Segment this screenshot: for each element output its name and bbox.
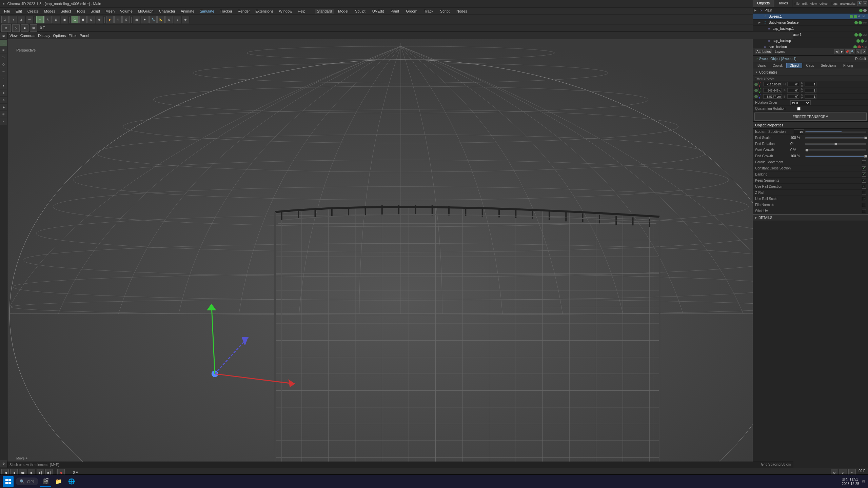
attr-default-btn[interactable]: Default xyxy=(855,57,866,61)
tool-scale[interactable]: ⊞ xyxy=(53,16,60,23)
end-scale-thumb[interactable] xyxy=(864,137,867,139)
obj-item-subdiv[interactable]: ▶ ⬡ Subdivision Surface ⊡⊡ xyxy=(753,20,868,26)
obj-vis-cb[interactable] xyxy=(856,39,860,43)
keep-segments-cb[interactable] xyxy=(862,179,866,183)
mode-sculpt[interactable]: Sculpt xyxy=(352,8,368,14)
vp-cameras-menu[interactable]: Cameras xyxy=(20,34,36,38)
tool-5[interactable]: ⊕ xyxy=(165,16,173,23)
menu-modes[interactable]: Modes xyxy=(41,8,58,14)
mode-track[interactable]: Track xyxy=(421,8,436,14)
menu-extensions[interactable]: Extensions xyxy=(253,8,276,14)
py-input[interactable] xyxy=(763,88,782,93)
tool-texture-mode[interactable]: ⬢ xyxy=(79,16,87,23)
left-tool-rotate[interactable]: ↻ xyxy=(0,54,7,61)
left-tool-9[interactable]: ✦ xyxy=(0,82,7,89)
obj-vis-plain[interactable] xyxy=(859,9,863,12)
subtool-1[interactable]: ⊕ xyxy=(1,24,11,32)
obj-edit[interactable]: Edit xyxy=(801,2,809,5)
attr-fwd-btn[interactable]: ▶ xyxy=(840,49,844,54)
language-indicator[interactable]: 한 xyxy=(862,479,865,484)
attr-tab-coord[interactable]: Coord. xyxy=(769,63,786,68)
mode-groom[interactable]: Groom xyxy=(403,8,420,14)
tool-4[interactable]: ⊗ xyxy=(96,16,103,23)
subtool-4[interactable]: ⊞ xyxy=(30,24,37,32)
menu-volume[interactable]: Volume xyxy=(117,8,135,14)
obj-vis-cb2[interactable] xyxy=(853,45,857,48)
tab-objects[interactable]: Objects xyxy=(753,0,774,7)
vp-panel-menu[interactable]: Panel xyxy=(80,34,89,38)
quat-checkbox[interactable] xyxy=(797,107,801,110)
end-scale-track[interactable] xyxy=(805,137,866,139)
menu-render[interactable]: Render xyxy=(235,8,253,14)
obj-vis-sweep[interactable] xyxy=(850,15,853,18)
left-tool-14[interactable]: ≡ xyxy=(0,118,7,125)
tool-x[interactable]: X xyxy=(1,16,9,23)
menu-mesh[interactable]: Mesh xyxy=(103,8,117,14)
menu-edit[interactable]: Edit xyxy=(13,8,25,14)
tool-move[interactable]: ↔ xyxy=(36,16,44,23)
attr-back-btn[interactable]: ◀ xyxy=(834,49,839,54)
obj-render-subdiv[interactable] xyxy=(859,21,862,24)
sz-input[interactable] xyxy=(805,94,816,99)
menu-mograph[interactable]: MoGraph xyxy=(135,8,156,14)
viewport-canvas[interactable]: Perspective xyxy=(7,39,793,468)
pz-input[interactable] xyxy=(763,94,782,99)
menu-select[interactable]: Select xyxy=(58,8,74,14)
left-tool-move[interactable]: ↔ xyxy=(0,40,7,46)
b-input[interactable] xyxy=(787,94,799,99)
obj-item-sweep1[interactable]: ↗ Sweep.1 ⊡ ⊡ xyxy=(753,14,868,20)
taskbar-cinema4d[interactable]: 🎬 xyxy=(40,476,51,487)
mode-nodes[interactable]: Nodes xyxy=(454,8,470,14)
vp-options-menu[interactable]: Options xyxy=(53,34,66,38)
attr-tab-basic[interactable]: Basic xyxy=(754,63,769,68)
taskbar-browser[interactable]: 🌐 xyxy=(66,476,77,487)
obj-vis-subdiv1[interactable] xyxy=(854,33,858,37)
viewport[interactable]: View Cameras Display Options Filter Pane… xyxy=(7,32,793,468)
mode-uvedit[interactable]: UVEdit xyxy=(370,8,387,14)
left-tool-scale[interactable]: ⊞ xyxy=(0,47,7,54)
attr-tab-caps[interactable]: Caps xyxy=(803,63,817,68)
obj-search-btn[interactable]: 🔍 xyxy=(857,1,862,6)
obj-filter-btn[interactable]: ≡ xyxy=(863,1,867,6)
px-input[interactable] xyxy=(763,82,782,86)
coordinates-section-header[interactable]: ▼ Coordinates xyxy=(753,69,868,76)
left-tool-poly[interactable]: ⬡ xyxy=(0,61,7,68)
menu-window[interactable]: Window xyxy=(276,8,295,14)
attr-settings-btn[interactable]: ⚙ xyxy=(861,49,866,54)
rot-order-select[interactable]: HPB xyxy=(790,100,811,105)
end-growth-thumb[interactable] xyxy=(864,155,867,158)
obj-render-cb2[interactable] xyxy=(857,45,861,48)
p-input[interactable] xyxy=(787,88,799,93)
left-tool-point[interactable]: • xyxy=(0,75,7,82)
attr-tab-object[interactable]: Object xyxy=(786,63,802,68)
attr-history-btn[interactable]: ⊙ xyxy=(856,49,861,54)
menu-create[interactable]: Create xyxy=(25,8,41,14)
vp-filter-menu[interactable]: Filter xyxy=(68,34,77,38)
flip-normals-cb[interactable] xyxy=(862,203,866,207)
h-input[interactable] xyxy=(787,82,799,86)
menu-simulate[interactable]: Simulate xyxy=(197,8,217,14)
banking-cb[interactable] xyxy=(862,172,866,177)
tool-grid[interactable]: ⊞ xyxy=(133,16,140,23)
tool-7[interactable]: ⊗ xyxy=(182,16,189,23)
obj-item-plain[interactable]: ▶ ▷ Plain xyxy=(753,7,868,14)
attr-tab-phong[interactable]: Phong xyxy=(840,63,856,68)
obj-item-capbackup2[interactable]: ◈ cap_backup ✕ ⊡ xyxy=(753,44,868,48)
subtool-2[interactable]: ▷ xyxy=(12,24,20,32)
use-rail-scale-cb[interactable] xyxy=(862,197,866,201)
left-tool-select[interactable]: ▣ xyxy=(0,33,7,39)
subtool-3[interactable]: ■ xyxy=(21,24,28,32)
obj-view[interactable]: View xyxy=(809,2,818,5)
attr-tab-attributes[interactable]: Attributes xyxy=(755,49,772,54)
vp-display-menu[interactable]: Display xyxy=(38,34,50,38)
taskbar-explorer[interactable]: 📁 xyxy=(53,476,64,487)
obj-del-cb2[interactable]: ✕ xyxy=(862,45,864,48)
vp-view-menu[interactable]: View xyxy=(9,34,18,38)
obj-render-subdiv1[interactable] xyxy=(859,33,862,37)
attr-search-btn[interactable]: 🔍 xyxy=(850,49,855,54)
left-tool-13[interactable]: ⊟ xyxy=(0,111,7,118)
stick-uv-cb[interactable] xyxy=(862,209,866,213)
mode-model[interactable]: Model xyxy=(335,8,351,14)
left-tool-12[interactable]: ◈ xyxy=(0,104,7,110)
constant-cross-section-cb[interactable] xyxy=(862,166,866,170)
